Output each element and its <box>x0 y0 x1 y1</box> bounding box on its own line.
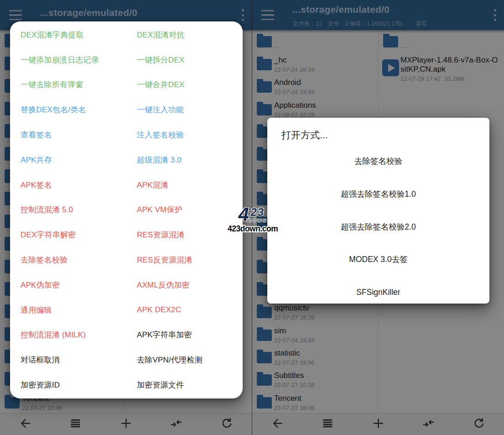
menu-item[interactable]: RES反资源混淆 <box>126 247 243 273</box>
menu-item[interactable]: 控制流混淆 (MILK) <box>10 323 126 348</box>
menu-item[interactable]: APK VM保护 <box>126 198 243 223</box>
menu-item[interactable]: 对话框取消 <box>10 347 126 372</box>
menu-item[interactable]: 超级混淆 3.0 <box>126 147 243 173</box>
open-with-dialog: 打开方式... 去除签名校验超强去除签名校验1.0超强去除签名校验2.0MODE… <box>267 118 489 304</box>
watermark-down: DOWN <box>248 218 267 223</box>
open-with-option[interactable]: SFSignKiller <box>267 281 489 303</box>
apk-tools-menu-dialog: DEX混淆字典提取DEX混淆对抗一键添加崩溃日志记录一键拆分DEX一键去除所有弹… <box>10 21 243 398</box>
menu-item[interactable]: 一键注入功能 <box>126 97 243 122</box>
menu-item[interactable]: 通用编辑 <box>10 298 126 323</box>
dialog-title: 打开方式... <box>281 126 328 144</box>
watermark-site-url: 423down.com <box>228 225 278 233</box>
open-with-option[interactable]: 超强去除签名校验2.0 <box>267 216 489 238</box>
open-with-option[interactable]: 去除签名校验 <box>267 150 489 172</box>
menu-item[interactable]: 查看签名 <box>10 122 126 147</box>
menu-item[interactable]: DEX混淆字典提取 <box>10 22 126 47</box>
menu-item[interactable]: APK共存 <box>10 147 126 173</box>
menu-item[interactable]: RES资源混淆 <box>126 222 243 247</box>
menu-item[interactable]: 一键合并DEX <box>126 73 243 98</box>
watermark-logo: 4 23 DOWN 423down.com <box>228 205 278 233</box>
menu-item[interactable]: DEX字符串解密 <box>10 222 126 247</box>
menu-item[interactable]: DEX混淆对抗 <box>126 22 243 47</box>
menu-item[interactable]: 一键去除所有弹窗 <box>10 73 126 98</box>
open-with-option[interactable]: MODEX 3.0去签 <box>267 248 489 270</box>
composite-screenshot: ...storage/emulated/0 ..._hc22-07-24 18:… <box>0 0 504 435</box>
open-with-option[interactable]: 超强去除签名校验1.0 <box>267 183 489 205</box>
menu-item[interactable]: 去除VPN/代理检测 <box>126 347 243 372</box>
menu-item[interactable]: 一键拆分DEX <box>126 47 243 73</box>
menu-item[interactable]: APK DEX2C <box>126 298 243 323</box>
menu-item[interactable]: 加密资源ID <box>10 372 126 398</box>
menu-item[interactable]: APK字符串加密 <box>126 323 243 348</box>
menu-item[interactable]: APK伪加密 <box>10 273 126 298</box>
menu-item[interactable]: 加密资源文件 <box>126 372 243 398</box>
menu-item[interactable]: 替换DEX包名/类名 <box>10 97 126 122</box>
menu-item[interactable]: 控制流混淆 5.0 <box>10 198 126 223</box>
watermark-big-4: 4 <box>238 205 248 224</box>
menu-item[interactable]: APK混淆 <box>126 173 243 198</box>
watermark-23: 23 <box>250 207 265 218</box>
menu-item[interactable]: APK签名 <box>10 173 126 198</box>
menu-item[interactable]: AXML反伪加密 <box>126 273 243 298</box>
menu-item[interactable]: 去除签名校验 <box>10 247 126 273</box>
menu-item[interactable]: 一键添加崩溃日志记录 <box>10 47 126 73</box>
menu-item[interactable]: 注入签名校验 <box>126 122 243 147</box>
